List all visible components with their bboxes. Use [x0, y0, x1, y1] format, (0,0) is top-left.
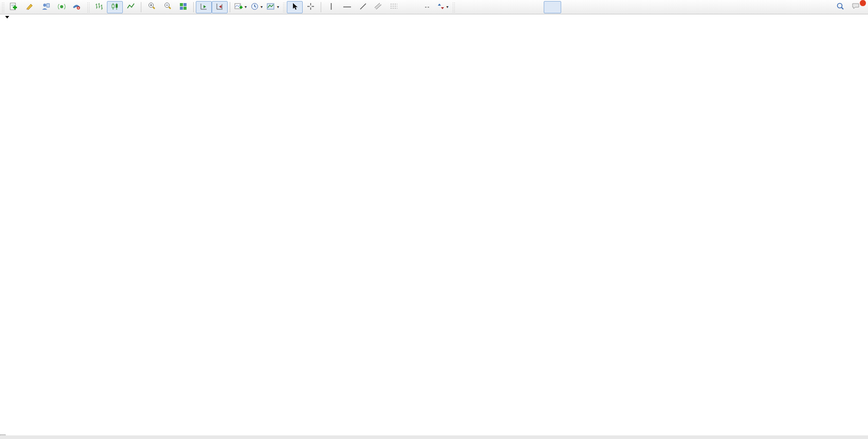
chart-menu-caret-icon[interactable]: [5, 16, 9, 18]
indicators-icon: [234, 3, 243, 12]
market-watch-icon: [42, 3, 50, 12]
toolbar-drag-handle[interactable]: [452, 2, 455, 12]
signals-icon: [58, 3, 66, 12]
toolbar-drag-handle[interactable]: [283, 2, 285, 12]
periods-button[interactable]: ▾: [249, 1, 265, 13]
vertical-line-icon: [329, 3, 334, 12]
timeframe-m30-button[interactable]: [509, 1, 526, 13]
fibonacci-icon: [390, 3, 398, 12]
trendline-tool-button[interactable]: [355, 1, 371, 13]
auto-scroll-button[interactable]: [196, 1, 212, 13]
signals-button[interactable]: [53, 1, 69, 13]
vertical-line-tool-button[interactable]: [323, 1, 339, 13]
new-order-button[interactable]: [6, 1, 22, 13]
arrows-dropdown-caret-icon[interactable]: ▾: [447, 5, 449, 9]
line-chart-mode-button[interactable]: [123, 1, 139, 13]
tile-windows-button[interactable]: [175, 1, 191, 13]
timeframe-w1-button[interactable]: [579, 1, 596, 13]
chart-window: [0, 14, 868, 439]
main-toolbar: ▾ ▾ ▾ ▾: [0, 0, 868, 14]
new-order-icon: [9, 3, 17, 12]
timeframe-m1-button[interactable]: [456, 1, 474, 13]
notification-badge: [859, 0, 866, 7]
text-label-tool-button[interactable]: [419, 1, 435, 13]
chart-shift-icon: [216, 3, 224, 12]
label-tool-letter: [425, 7, 429, 8]
search-button[interactable]: [832, 1, 848, 13]
channel-icon: [374, 3, 382, 12]
chart-title: [5, 16, 12, 18]
arrows-tool-button[interactable]: ▾: [435, 1, 451, 13]
auto-scroll-icon: [200, 3, 208, 12]
cursor-icon: [291, 3, 298, 12]
templates-icon: [267, 3, 275, 12]
indicators-dropdown-caret-icon[interactable]: ▾: [245, 5, 247, 9]
crosshair-icon: [307, 3, 315, 12]
templates-dropdown-caret-icon[interactable]: ▾: [277, 5, 279, 9]
bar-chart-mode-button[interactable]: [91, 1, 107, 13]
tile-windows-icon: [179, 3, 187, 12]
arrows-tool-icon: [437, 3, 445, 12]
line-chart-icon: [127, 3, 135, 12]
chart-shift-button[interactable]: [212, 1, 228, 13]
cursor-tool-button[interactable]: [287, 1, 303, 13]
zoom-out-button[interactable]: [159, 1, 175, 13]
horizontal-line-tool-button[interactable]: [339, 1, 355, 13]
toolbar-drag-handle[interactable]: [87, 2, 89, 12]
timeframe-d1-button[interactable]: [561, 1, 579, 13]
text-tool-button[interactable]: [403, 1, 419, 13]
window-bottom-border: [0, 435, 868, 439]
periods-dropdown-caret-icon[interactable]: ▾: [261, 5, 263, 9]
zoom-in-icon: [147, 2, 156, 12]
toolbar-drag-handle[interactable]: [2, 2, 4, 12]
fibonacci-tool-button[interactable]: [387, 1, 403, 13]
search-icon: [836, 2, 844, 12]
candle-chart-mode-button[interactable]: [107, 1, 123, 13]
zoom-in-button[interactable]: [143, 1, 159, 13]
channel-tool-button[interactable]: [371, 1, 387, 13]
timeframe-mn-button[interactable]: [596, 1, 614, 13]
indicators-button[interactable]: ▾: [232, 1, 249, 13]
clock-icon: [251, 3, 258, 12]
timeframe-h4-button[interactable]: [544, 1, 561, 13]
timeframe-h1-button[interactable]: [526, 1, 544, 13]
crosshair-tool-button[interactable]: [303, 1, 319, 13]
crayon-icon: [26, 3, 34, 12]
market-watch-button[interactable]: [38, 1, 53, 13]
zoom-out-icon: [163, 2, 172, 12]
crayon-button[interactable]: [22, 1, 38, 13]
notifications-button[interactable]: [848, 1, 864, 13]
autotrade-icon: [72, 3, 81, 12]
timeframe-m15-button[interactable]: [491, 1, 509, 13]
templates-button[interactable]: ▾: [265, 1, 281, 13]
timeframe-m5-button[interactable]: [474, 1, 491, 13]
trendline-icon: [359, 3, 367, 12]
autotrade-button[interactable]: [69, 1, 85, 13]
bar-chart-icon: [95, 3, 103, 12]
horizontal-line-icon: [343, 4, 352, 11]
candle-chart-icon: [111, 3, 119, 12]
price-chart-canvas[interactable]: [0, 14, 868, 439]
